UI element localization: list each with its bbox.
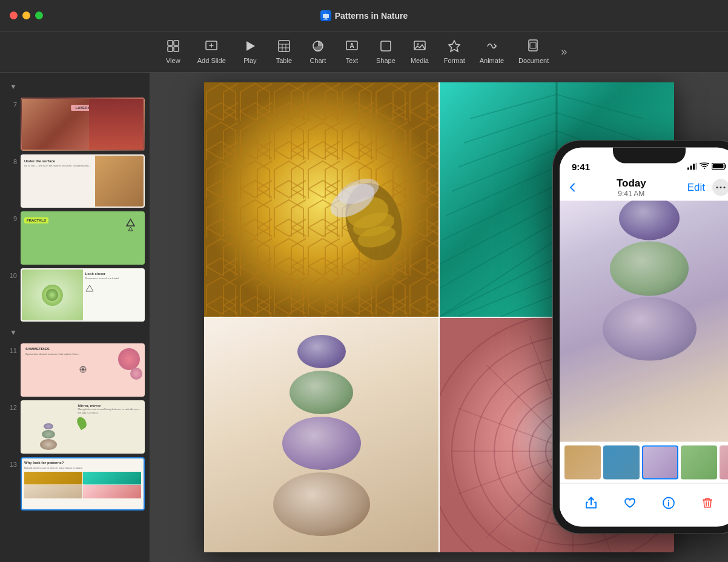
toolbar-add-slide[interactable]: Add Slide [191, 36, 232, 68]
media-icon [413, 39, 426, 55]
svg-marker-23 [449, 41, 460, 51]
slide-10-text-col: Look closer Romanesco broccoli is a frac… [83, 269, 144, 320]
slide-9-badge: FRACTALS [24, 217, 48, 223]
view-icon [167, 39, 180, 55]
status-time: 9:41 [572, 162, 590, 172]
slide-thumb-10[interactable]: Look closer Romanesco broccoli is a frac… [21, 268, 145, 322]
toolbar: View Add Slide Play [0, 31, 728, 73]
toolbar-play[interactable]: Play [234, 36, 266, 68]
urchin-4 [273, 472, 370, 536]
slide-8-right [95, 156, 144, 207]
slide-10-body: Romanesco broccoli is a fractal. [85, 277, 142, 280]
svg-text:A: A [349, 42, 354, 49]
collapse-arrow-7[interactable]: ▼ [5, 80, 19, 93]
maximize-button[interactable] [35, 12, 43, 19]
honeycomb-svg [204, 82, 438, 317]
photos-delete-button[interactable] [701, 496, 714, 509]
slide-13-title: Why look for patterns? [24, 461, 141, 464]
animate-label: Animate [480, 57, 504, 64]
svg-point-100 [668, 500, 669, 501]
slide-10-triangle-icon [85, 283, 142, 294]
text-label: Text [346, 57, 358, 64]
svg-marker-27 [128, 227, 133, 231]
slide-12-group: 12 Mirror, mirror Many photos and severa… [0, 398, 150, 455]
toolbar-table[interactable]: Table [268, 36, 300, 68]
iphone-screen: 9:41 [560, 148, 728, 527]
format-label: Format [444, 57, 465, 64]
urchin-2 [290, 371, 353, 414]
toolbar-view[interactable]: View [157, 36, 189, 68]
document-label: Document [518, 57, 549, 64]
slide-number-13: 13 [5, 461, 17, 468]
photos-album-title: Today [617, 177, 646, 190]
slide-thumb-7[interactable]: LAYERS [21, 98, 145, 151]
slide-10-title: Look closer [85, 272, 142, 276]
photos-more-button[interactable] [712, 179, 728, 196]
close-button[interactable] [10, 12, 18, 19]
slide-8-body: Go to sea — she is on the natures of our… [24, 164, 93, 167]
slide-thumb-12[interactable]: Mirror, mirror Many photos and several l… [21, 400, 145, 454]
slide-12-u3 [40, 439, 57, 450]
status-icons [687, 163, 727, 172]
slide-9-inner: FRACTALS [22, 213, 144, 263]
toolbar-chart[interactable]: Chart [302, 36, 334, 68]
chart-label: Chart [309, 57, 326, 64]
toolbar-media[interactable]: Media [404, 36, 435, 68]
svg-point-96 [720, 187, 721, 188]
window-title: Patterns in Nature [335, 11, 408, 21]
toolbar-animate[interactable]: Animate [474, 36, 510, 68]
photos-favorite-button[interactable] [623, 496, 637, 509]
toolbar-more-button[interactable]: » [557, 42, 571, 62]
photos-share-button[interactable] [584, 496, 598, 509]
slide-11-body: Symmetries abound in nature. Lets explor… [25, 352, 80, 355]
film-thumb-3[interactable] [642, 446, 678, 480]
slide-8-left: Under the surface Go to sea — she is on … [22, 156, 95, 207]
main-urchin-4 [595, 362, 704, 434]
slide-11-star-icon [79, 365, 87, 375]
minimize-button[interactable] [22, 12, 30, 19]
slide-12-inner: Mirror, mirror Many photos and several l… [22, 402, 144, 452]
photos-back-button[interactable] [569, 183, 575, 193]
slide-10-veggie-inner [42, 285, 63, 306]
film-thumb-4[interactable] [681, 446, 717, 480]
film-thumb-2[interactable] [603, 446, 640, 480]
slide-13-inner: Why look for patterns? Natural patterns … [22, 458, 144, 509]
slide-8-title: Under the surface [24, 159, 93, 163]
svg-rect-4 [168, 41, 173, 45]
toolbar-text[interactable]: A Text [336, 36, 368, 68]
svg-marker-11 [247, 41, 255, 51]
slide-12-u1 [44, 423, 53, 429]
photos-main-image [560, 201, 728, 442]
photos-info-button[interactable] [662, 496, 675, 509]
slide-thumb-8[interactable]: Under the surface Go to sea — she is on … [21, 154, 145, 208]
svg-rect-2 [323, 19, 328, 19]
slide-thumb-13[interactable]: Why look for patterns? Natural patterns … [21, 457, 145, 511]
slide-12-img [22, 402, 75, 452]
animate-icon [485, 39, 498, 55]
slide-12-u2 [42, 430, 55, 438]
collapse-arrow-11[interactable]: ▼ [5, 326, 19, 339]
slide-number-9: 9 [5, 215, 17, 222]
play-label: Play [243, 57, 256, 64]
photos-nav-bar: Today 9:41 AM Edit [560, 174, 728, 201]
add-slide-icon [205, 39, 218, 55]
svg-rect-0 [323, 14, 329, 18]
svg-rect-39 [204, 82, 438, 317]
toolbar-document[interactable]: Document [512, 36, 555, 68]
slide-thumb-11[interactable]: SYMMETRIES Symmetries abound in nature. … [21, 343, 145, 397]
svg-rect-94 [713, 164, 724, 168]
photos-edit-button[interactable]: Edit [687, 182, 705, 194]
toolbar-format[interactable]: Format [438, 36, 471, 68]
svg-marker-28 [86, 285, 93, 291]
film-thumb-1[interactable] [564, 446, 601, 480]
toolbar-shape[interactable]: Shape [370, 36, 402, 68]
film-thumb-5[interactable] [720, 446, 728, 480]
slide-thumb-9[interactable]: FRACTALS [21, 211, 145, 265]
shape-label: Shape [376, 57, 395, 64]
table-label: Table [276, 57, 292, 64]
urchin-stack [273, 335, 370, 536]
slide-9-group: 9 FRACTALS [0, 210, 150, 266]
slide-13-g3 [24, 485, 82, 498]
photos-action-buttons: Edit [687, 179, 728, 196]
slide-13-g4 [83, 485, 141, 498]
